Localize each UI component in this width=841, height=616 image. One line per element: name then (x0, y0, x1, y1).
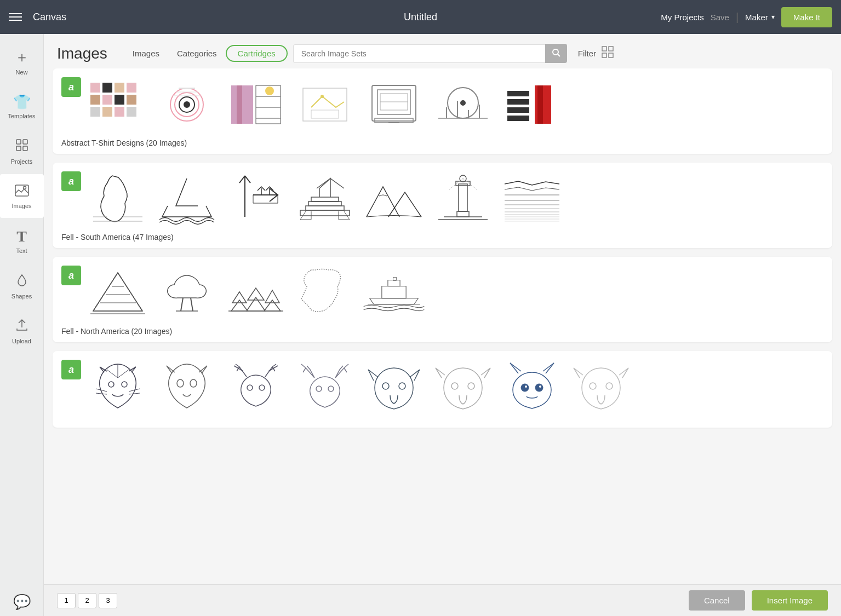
insert-image-button[interactable]: Insert Image (752, 590, 828, 611)
filter-button[interactable]: Filter (578, 49, 596, 58)
tab-images[interactable]: Images (124, 45, 168, 61)
svg-point-125 (259, 385, 265, 390)
my-projects-link[interactable]: My Projects (661, 13, 703, 22)
chat-button[interactable]: 💬 (13, 594, 31, 611)
list-item[interactable] (431, 360, 495, 414)
svg-point-113 (108, 382, 114, 387)
list-item[interactable] (362, 77, 426, 132)
list-item[interactable] (293, 266, 357, 320)
svg-marker-105 (248, 288, 264, 300)
search-input[interactable] (293, 44, 545, 63)
set-badge: a (61, 266, 81, 285)
svg-point-126 (316, 386, 322, 392)
cancel-button[interactable]: Cancel (689, 590, 745, 611)
plus-icon: ＋ (15, 48, 29, 67)
svg-point-134 (525, 385, 527, 388)
svg-line-100 (191, 298, 193, 311)
svg-line-96 (93, 273, 118, 311)
set-card-fell-north-america: a (53, 257, 832, 342)
svg-rect-16 (102, 95, 112, 105)
list-item[interactable] (85, 171, 150, 226)
page-button-3[interactable]: 3 (99, 593, 117, 608)
images-icon (15, 183, 29, 200)
list-item[interactable] (224, 360, 288, 414)
svg-rect-14 (90, 107, 100, 117)
app-logo: Canvas (33, 11, 66, 23)
list-item[interactable] (362, 360, 426, 414)
list-item[interactable] (362, 266, 426, 320)
list-item[interactable] (85, 77, 150, 132)
list-item[interactable] (155, 77, 219, 132)
list-item[interactable] (224, 77, 288, 132)
svg-rect-15 (102, 83, 112, 93)
svg-point-37 (265, 87, 274, 95)
shirt-icon: 👕 (13, 94, 31, 111)
svg-line-66 (245, 176, 250, 183)
list-item[interactable] (224, 171, 288, 226)
list-item[interactable] (500, 171, 564, 226)
list-item[interactable] (500, 77, 564, 132)
make-it-button[interactable]: Make It (781, 7, 832, 27)
sidebar-item-upload[interactable]: Upload (0, 309, 44, 353)
tab-cartridges[interactable]: Cartridges (226, 45, 288, 62)
sidebar-item-label-new: New (15, 69, 27, 76)
svg-point-137 (606, 383, 613, 389)
set-card-images: a (61, 171, 823, 226)
svg-point-5 (23, 186, 26, 189)
list-item[interactable] (431, 77, 495, 132)
set-card-fell-south-america: a (53, 163, 832, 248)
menu-button[interactable] (9, 13, 22, 21)
list-item[interactable] (155, 360, 219, 414)
svg-rect-77 (457, 211, 469, 217)
bottom-bar: 1 2 3 Cancel Insert Image (44, 584, 841, 616)
svg-rect-2 (16, 146, 21, 151)
list-item[interactable] (569, 360, 633, 414)
save-button[interactable]: Save (711, 13, 729, 22)
topbar-right: My Projects Save | Maker ▾ Make It (661, 7, 832, 27)
grid-view-button[interactable] (602, 46, 614, 61)
sidebar-item-label-text: Text (16, 247, 27, 254)
sidebar-item-shapes[interactable]: Shapes (0, 264, 44, 308)
list-item[interactable] (155, 171, 219, 226)
list-item[interactable] (224, 266, 288, 320)
svg-rect-10 (602, 53, 607, 57)
svg-rect-1 (23, 140, 27, 144)
set-card-animal-heads: a (53, 351, 832, 428)
svg-rect-8 (602, 47, 607, 51)
sidebar-item-projects[interactable]: Projects (0, 129, 44, 173)
list-item[interactable] (85, 266, 150, 320)
list-item[interactable] (293, 77, 357, 132)
pagination: 1 2 3 (57, 593, 117, 608)
page-button-2[interactable]: 2 (78, 593, 96, 608)
list-item[interactable] (431, 171, 495, 226)
tab-categories[interactable]: Categories (168, 45, 226, 61)
svg-marker-103 (232, 292, 247, 303)
sidebar-item-images[interactable]: Images (0, 174, 44, 218)
sidebar-item-templates[interactable]: 👕 Templates (0, 84, 44, 128)
list-item[interactable] (293, 360, 357, 414)
list-item[interactable] (85, 360, 150, 414)
list-item[interactable] (362, 171, 426, 226)
search-button[interactable] (545, 44, 567, 63)
list-item[interactable] (155, 266, 219, 320)
list-item[interactable] (500, 360, 564, 414)
divider: | (736, 11, 739, 24)
svg-marker-107 (265, 290, 279, 303)
set-card-abstract-tshirt: a (53, 68, 832, 154)
svg-rect-3 (23, 146, 27, 151)
svg-line-99 (181, 298, 183, 311)
sidebar-item-label-images: Images (12, 203, 31, 209)
machine-selector[interactable]: Maker ▾ (745, 13, 775, 22)
page-button-1[interactable]: 1 (57, 593, 76, 608)
sidebar-item-new[interactable]: ＋ New (0, 39, 44, 83)
svg-rect-70 (306, 206, 344, 210)
svg-rect-55 (537, 85, 543, 124)
svg-point-39 (321, 95, 324, 98)
sidebar-item-text[interactable]: T Text (0, 219, 44, 263)
set-badge: a (61, 171, 81, 191)
svg-point-135 (539, 385, 541, 388)
svg-rect-4 (15, 185, 28, 196)
set-title-fell-south-america: Fell - South America (47 Images) (61, 233, 823, 241)
svg-line-65 (239, 176, 245, 183)
list-item[interactable] (293, 171, 357, 226)
